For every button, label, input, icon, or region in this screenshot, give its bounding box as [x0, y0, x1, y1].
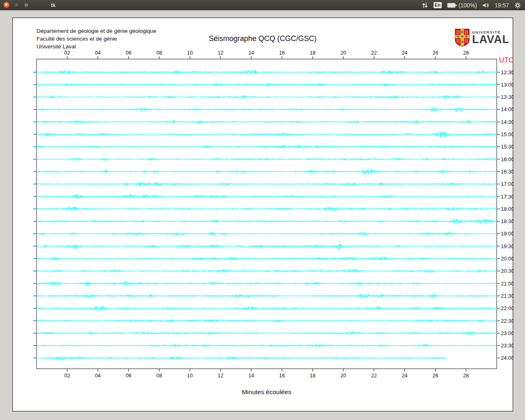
x-tick-label-bottom: 12: [218, 373, 224, 379]
seismogram-trace: [37, 331, 496, 335]
utc-row-label: 16:00: [501, 156, 514, 162]
x-tick-label-top: 02: [64, 50, 70, 56]
x-tick-label-top: 22: [371, 50, 377, 56]
seismogram-trace: [37, 182, 496, 186]
x-tick-label-bottom: 06: [126, 373, 131, 379]
x-tick-label-bottom: 10: [187, 373, 193, 379]
x-tick-label-bottom: 20: [340, 373, 346, 379]
seismogram-trace: [37, 145, 496, 148]
utc-row-label: 16:30: [501, 169, 514, 175]
x-tick-label-top: 28: [463, 50, 469, 56]
x-tick-label-top: 20: [340, 50, 346, 56]
seismogram-trace: [37, 319, 496, 323]
seismogram-trace: [37, 194, 496, 200]
utc-row-label: 17:00: [501, 181, 514, 187]
x-tick-label-bottom: 16: [279, 373, 285, 379]
utc-row-label: 20:30: [501, 268, 514, 274]
x-tick-label-bottom: 04: [95, 373, 101, 379]
utc-row-label: 22:00: [501, 305, 514, 311]
x-tick-label-bottom: 08: [156, 373, 162, 379]
utc-row-label: 23:00: [501, 330, 514, 336]
utc-row-label: 15:00: [501, 131, 514, 137]
x-tick-label-top: 16: [279, 50, 285, 56]
seismogram-trace: [37, 131, 496, 138]
session-gear-icon[interactable]: [514, 2, 521, 9]
utc-row-label: 13:30: [501, 94, 514, 100]
seismogram-trace: [37, 306, 496, 311]
seismogram-trace: [37, 219, 496, 224]
seismogram-trace: [37, 344, 496, 347]
seismogram-trace: [37, 269, 496, 273]
seismogram-trace: [37, 256, 496, 261]
x-tick-label-bottom: 14: [249, 373, 254, 379]
seismogram-trace: [37, 95, 496, 99]
utc-row-label: 21:00: [501, 281, 514, 287]
seismogram-trace: [37, 107, 496, 112]
close-button[interactable]: ×: [3, 2, 10, 8]
window-title: tk: [51, 2, 56, 8]
utc-row-label: 12:30: [501, 69, 514, 75]
utc-row-label: 18:00: [501, 206, 514, 212]
x-tick-label-top: 26: [432, 50, 438, 56]
utc-row-label: 24:00: [501, 355, 514, 361]
battery-indicator[interactable]: (100%): [447, 2, 477, 9]
x-tick-label-top: 24: [402, 50, 408, 56]
x-tick-label-top: 08: [156, 50, 162, 56]
helicorder-plot: 0202040406060808101012121414161618182020…: [13, 18, 514, 412]
window-titlebar: × – tk En (100%): [0, 0, 525, 10]
volume-icon[interactable]: [482, 2, 489, 8]
clock[interactable]: 19:57: [495, 2, 509, 9]
seismogram-trace: [37, 158, 496, 161]
x-axis-title: Minutes écoulées: [242, 388, 292, 395]
network-updown-icon[interactable]: [422, 2, 428, 9]
seismogram-trace: [37, 293, 496, 298]
minimize-button[interactable]: –: [13, 2, 20, 8]
maximize-button[interactable]: [23, 2, 30, 8]
x-tick-label-top: 12: [218, 50, 224, 56]
x-tick-label-bottom: 22: [371, 373, 377, 379]
x-tick-label-bottom: 02: [64, 373, 70, 379]
x-tick-label-top: 18: [310, 50, 315, 56]
utc-row-label: 14:00: [501, 106, 514, 112]
seismograph-window: Département de géologie et de génie géol…: [12, 18, 513, 411]
system-tray: En (100%) 19:57: [422, 0, 521, 10]
utc-row-label: 23:30: [501, 342, 514, 349]
x-tick-label-top: 04: [95, 50, 101, 56]
utc-row-label: 17:30: [501, 194, 514, 200]
window-controls: × –: [0, 2, 30, 8]
x-tick-label-top: 06: [126, 50, 131, 56]
battery-percent: (100%): [459, 2, 477, 9]
utc-row-label: 18:30: [501, 218, 514, 224]
plot-frame: [37, 59, 497, 369]
x-tick-label-bottom: 28: [463, 373, 469, 379]
utc-row-label: 19:00: [501, 231, 514, 237]
seismogram-trace: [37, 169, 496, 174]
seismogram-trace: [37, 356, 446, 360]
keyboard-layout-indicator[interactable]: En: [434, 2, 442, 8]
x-tick-label-top: 10: [187, 50, 193, 56]
x-tick-label-bottom: 24: [402, 373, 408, 379]
utc-row-label: 19:30: [501, 243, 514, 249]
seismogram-trace: [37, 281, 496, 285]
utc-row-label: 22:30: [501, 318, 514, 324]
seismogram-trace: [37, 207, 496, 211]
seismogram-trace: [37, 120, 496, 124]
x-tick-label-bottom: 18: [310, 373, 315, 379]
x-tick-label-top: 14: [249, 50, 254, 56]
seismogram-trace: [37, 232, 496, 236]
utc-row-label: 20:00: [501, 256, 514, 262]
seismogram-trace: [37, 70, 496, 74]
battery-icon: [447, 2, 457, 8]
x-tick-label-bottom: 26: [432, 373, 438, 379]
utc-row-label: 21:30: [501, 293, 514, 299]
seismogram-trace: [37, 83, 496, 87]
utc-axis-label: UTC: [499, 56, 514, 64]
utc-row-label: 15:30: [501, 144, 514, 150]
seismogram-trace: [37, 240, 496, 251]
maximize-icon: [25, 4, 27, 6]
utc-row-label: 14:30: [501, 119, 514, 125]
utc-row-label: 13:00: [501, 82, 514, 88]
